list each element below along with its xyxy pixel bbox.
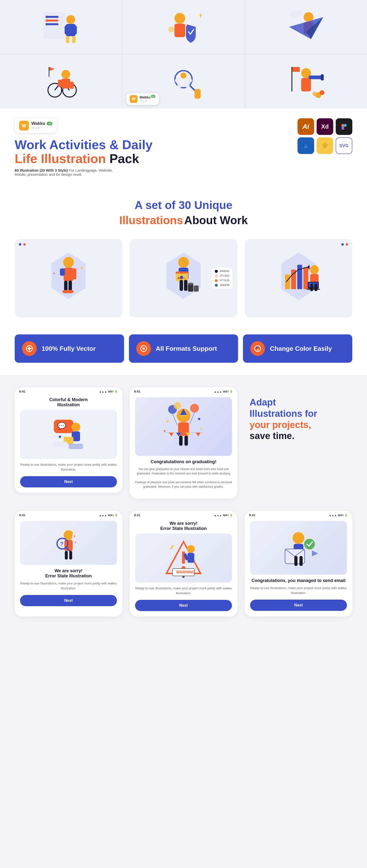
svg-line-125 <box>172 414 177 425</box>
svg-point-115 <box>72 423 80 431</box>
next-button-warning[interactable]: Next <box>135 600 232 611</box>
brand-badge: W Wakku v2 ワック <box>15 118 57 133</box>
adapt-title: AdaptIllustrations for your projects, sa… <box>250 397 347 441</box>
svg-point-8 <box>66 15 75 24</box>
svg-marker-164 <box>312 551 318 556</box>
svg-point-94 <box>310 265 319 274</box>
svg-marker-134 <box>169 433 174 436</box>
svg-rect-42 <box>195 89 201 99</box>
unique-about: About Work <box>184 214 248 226</box>
phone-illus-2 <box>135 397 232 456</box>
svg-rect-31 <box>58 80 61 87</box>
feature-icon-color <box>250 341 265 356</box>
svg-text:★: ★ <box>80 265 84 271</box>
main-title: Work Activities & Daily Life Illustratio… <box>15 138 288 166</box>
svg-rect-12 <box>66 36 69 43</box>
svg-point-163 <box>304 539 315 550</box>
second-phones-section: 9:41 ▲▲▲ WiFi 🔋 <box>0 511 367 629</box>
svg-rect-98 <box>307 289 320 290</box>
phone-content-4: We are sorry!Error State Illustration WA… <box>130 519 237 617</box>
showcase-card-3 <box>245 239 352 317</box>
phone-title-1: Colorful & ModernIllustration <box>20 397 117 407</box>
svg-rect-89 <box>285 275 290 289</box>
svg-rect-46 <box>292 67 300 72</box>
svg-rect-165 <box>294 556 298 566</box>
svg-point-38 <box>175 78 180 83</box>
phone-content-2: Congratulations on graduating! You can g… <box>130 395 237 499</box>
svg-rect-47 <box>309 75 322 79</box>
svg-text:✗: ✗ <box>73 535 76 538</box>
svg-rect-150 <box>69 551 72 560</box>
svg-point-114 <box>59 436 61 438</box>
feature-card-formats: All Formats Support <box>129 334 238 363</box>
svg-point-16 <box>168 26 174 32</box>
svg-point-108 <box>258 347 260 349</box>
phone-desc-2: You can give graduation to your closest … <box>135 467 232 489</box>
phone-title-warning: We are sorry!Error State Illustration <box>135 521 232 531</box>
subtitle-bold: 60 Illustration (20 With 3 Style) <box>15 168 68 172</box>
svg-point-37 <box>180 72 187 79</box>
phone-desc-warning: Ready-to-use Illustrations, make your pr… <box>135 586 232 595</box>
phone-mockup-warning: 9:41 ▲▲▲ WiFi 🔋 We are sorry!Error State… <box>130 511 237 617</box>
svg-point-6 <box>46 19 48 22</box>
svg-rect-32 <box>70 82 74 89</box>
svg-text:?: ? <box>75 541 76 545</box>
svg-point-112 <box>54 436 56 438</box>
phone-status-bar-1: 9:41 ▲▲▲ WiFi 🔋 <box>15 387 122 395</box>
phone-status-icons-5: ▲▲▲ WiFi 🔋 <box>329 514 348 517</box>
svg-rect-66 <box>60 269 65 276</box>
svg-point-7 <box>46 23 48 25</box>
phones-grid: 9:41 ▲▲▲ WiFi 🔋 Colorful & ModernIllustr… <box>15 387 352 499</box>
next-button-email[interactable]: Next <box>250 599 347 611</box>
phone-status-icons-2: ▲▲▲ WiFi 🔋 <box>214 390 233 393</box>
svg-rect-118 <box>53 442 67 447</box>
showcase-section: ★ ✦ 000045 FFC8A3 FF7A3D <box>0 232 367 330</box>
svg-rect-99 <box>310 284 313 291</box>
phone-mockup-error-1: 9:41 ▲▲▲ WiFi 🔋 <box>15 511 122 617</box>
gallery-cell-4 <box>0 55 121 108</box>
next-button-1[interactable]: Next <box>20 476 117 488</box>
phone-status-icons-1: ▲▲▲ WiFi 🔋 <box>99 390 118 393</box>
svg-marker-137 <box>196 433 201 436</box>
svg-point-160 <box>292 532 304 544</box>
svg-rect-83 <box>184 280 188 291</box>
format-icon-ai: Ai <box>298 118 314 135</box>
title-line2-dark: Pack <box>109 152 139 166</box>
svg-rect-11 <box>73 26 77 34</box>
phone-desc-email: Ready-to-use Illustrations, make your pr… <box>250 586 347 595</box>
svg-point-107 <box>255 347 257 349</box>
brand-name: Wakku <box>31 121 45 126</box>
svg-marker-34 <box>50 67 55 71</box>
svg-rect-149 <box>65 551 68 560</box>
svg-rect-139 <box>185 436 188 445</box>
svg-point-23 <box>293 10 302 17</box>
unique-section: A set of 30 Unique Illustrations About W… <box>0 186 367 232</box>
showcase-card-1: ★ ✦ <box>15 239 122 317</box>
showcase-card-2: 000045 FFC8A3 FF7A3D 3D6999 <box>130 239 237 317</box>
feature-card-vector: 100% Fully Vector <box>15 334 124 363</box>
svg-rect-91 <box>297 265 302 289</box>
brand-version: v2 <box>47 122 52 125</box>
feature-label-color: Change Color Easily <box>270 345 332 352</box>
svg-rect-138 <box>179 436 182 445</box>
svg-point-14 <box>174 13 185 24</box>
phone-status-bar-3: 9:41 ▲▲▲ WiFi 🔋 <box>15 511 122 519</box>
phone-desc-1: Ready-to-use Illustrations, make your pr… <box>20 462 117 472</box>
next-button-error-1[interactable]: Next <box>20 595 117 606</box>
gallery-cell-1 <box>0 0 121 54</box>
format-icon-affinity <box>298 137 314 154</box>
phone-status-bar-4: 9:41 ▲▲▲ WiFi 🔋 <box>130 511 237 519</box>
brand-icon: W <box>19 121 29 130</box>
svg-point-56 <box>341 124 344 127</box>
svg-rect-3 <box>46 20 58 22</box>
gallery-cell-5: W Wakkuv2 ワック <box>122 55 244 108</box>
gallery-cell-6 <box>246 55 367 108</box>
svg-point-109 <box>257 349 259 351</box>
title-line1: Work Activities & Daily <box>15 137 153 152</box>
svg-rect-13 <box>72 36 76 43</box>
phone-time-4: 9:41 <box>134 513 140 517</box>
phone-time-3: 9:41 <box>19 513 25 517</box>
svg-rect-84 <box>188 284 193 291</box>
features-section: 100% Fully Vector All Formats Support <box>0 330 367 375</box>
phone-time-5: 9:41 <box>249 513 255 517</box>
